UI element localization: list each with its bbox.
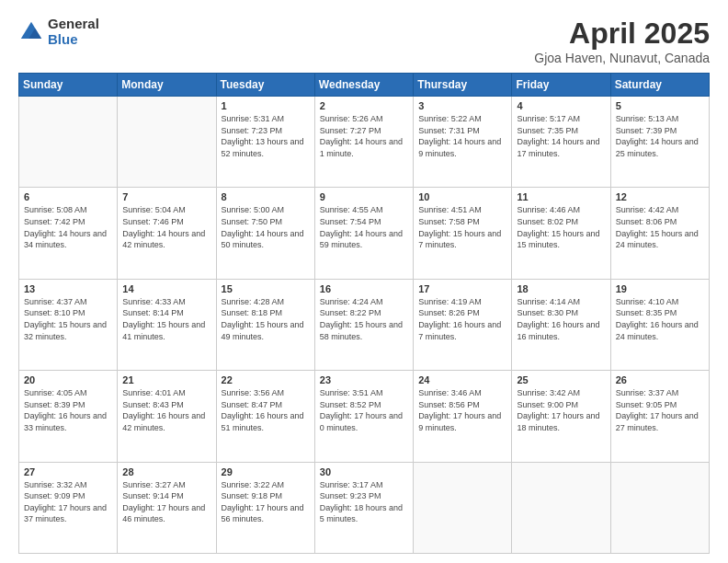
table-row: 29Sunrise: 3:22 AMSunset: 9:18 PMDayligh… [216,462,314,553]
title-location: Gjoa Haven, Nunavut, Canada [534,51,710,65]
table-row: 6Sunrise: 5:08 AMSunset: 7:42 PMDaylight… [19,188,118,279]
table-row: 18Sunrise: 4:14 AMSunset: 8:30 PMDayligh… [512,279,610,370]
header: General Blue April 2025 Gjoa Haven, Nuna… [18,17,710,65]
calendar-week-row: 6Sunrise: 5:08 AMSunset: 7:42 PMDaylight… [19,188,710,279]
table-row: 25Sunrise: 3:42 AMSunset: 9:00 PMDayligh… [512,371,610,462]
cell-info: Sunrise: 3:56 AMSunset: 8:47 PMDaylight:… [222,387,310,433]
table-row: 9Sunrise: 4:55 AMSunset: 7:54 PMDaylight… [314,188,413,279]
day-number: 20 [24,374,112,385]
table-row: 20Sunrise: 4:05 AMSunset: 8:39 PMDayligh… [19,371,118,462]
day-number: 11 [517,191,605,202]
day-number: 25 [517,374,605,385]
day-number: 23 [320,374,408,385]
table-row: 12Sunrise: 4:42 AMSunset: 8:06 PMDayligh… [610,188,709,279]
day-number: 14 [122,283,210,294]
logo-general-text: General [48,17,99,32]
table-row: 8Sunrise: 5:00 AMSunset: 7:50 PMDaylight… [216,188,314,279]
cell-info: Sunrise: 3:51 AMSunset: 8:52 PMDaylight:… [320,387,408,433]
day-number: 12 [616,191,704,202]
cell-info: Sunrise: 3:32 AMSunset: 9:09 PMDaylight:… [24,479,112,525]
table-row: 4Sunrise: 5:17 AMSunset: 7:35 PMDaylight… [512,97,610,188]
cell-info: Sunrise: 4:46 AMSunset: 8:02 PMDaylight:… [517,204,605,250]
day-number: 3 [418,100,506,111]
day-number: 8 [222,191,310,202]
day-number: 5 [616,100,704,111]
table-row: 21Sunrise: 4:01 AMSunset: 8:43 PMDayligh… [118,371,216,462]
day-number: 24 [418,374,506,385]
cell-info: Sunrise: 3:22 AMSunset: 9:18 PMDaylight:… [222,479,310,525]
table-row: 10Sunrise: 4:51 AMSunset: 7:58 PMDayligh… [414,188,512,279]
cell-info: Sunrise: 4:19 AMSunset: 8:26 PMDaylight:… [418,296,506,342]
cell-info: Sunrise: 5:26 AMSunset: 7:27 PMDaylight:… [320,113,408,159]
day-number: 29 [222,466,310,477]
day-number: 28 [122,466,210,477]
table-row [19,97,118,188]
cell-info: Sunrise: 3:37 AMSunset: 9:05 PMDaylight:… [616,387,704,433]
cell-info: Sunrise: 5:00 AMSunset: 7:50 PMDaylight:… [222,204,310,250]
logo-blue-text: Blue [48,32,99,48]
day-number: 21 [122,374,210,385]
calendar-header-row: Sunday Monday Tuesday Wednesday Thursday… [19,74,710,97]
table-row: 1Sunrise: 5:31 AMSunset: 7:23 PMDaylight… [216,97,314,188]
table-row [512,462,610,553]
col-thursday: Thursday [414,74,512,97]
col-friday: Friday [512,74,610,97]
table-row: 16Sunrise: 4:24 AMSunset: 8:22 PMDayligh… [314,279,413,370]
day-number: 1 [222,100,310,111]
cell-info: Sunrise: 4:42 AMSunset: 8:06 PMDaylight:… [616,204,704,250]
day-number: 27 [24,466,112,477]
table-row: 22Sunrise: 3:56 AMSunset: 8:47 PMDayligh… [216,371,314,462]
table-row: 23Sunrise: 3:51 AMSunset: 8:52 PMDayligh… [314,371,413,462]
cell-info: Sunrise: 4:14 AMSunset: 8:30 PMDaylight:… [517,296,605,342]
day-number: 19 [616,283,704,294]
col-tuesday: Tuesday [216,74,314,97]
cell-info: Sunrise: 4:01 AMSunset: 8:43 PMDaylight:… [122,387,210,433]
cell-info: Sunrise: 3:27 AMSunset: 9:14 PMDaylight:… [122,479,210,525]
cell-info: Sunrise: 4:37 AMSunset: 8:10 PMDaylight:… [24,296,112,342]
logo: General Blue [18,17,99,47]
calendar-week-row: 27Sunrise: 3:32 AMSunset: 9:09 PMDayligh… [19,462,710,553]
calendar-table: Sunday Monday Tuesday Wednesday Thursday… [18,73,710,554]
table-row: 13Sunrise: 4:37 AMSunset: 8:10 PMDayligh… [19,279,118,370]
table-row: 3Sunrise: 5:22 AMSunset: 7:31 PMDaylight… [414,97,512,188]
table-row: 15Sunrise: 4:28 AMSunset: 8:18 PMDayligh… [216,279,314,370]
cell-info: Sunrise: 5:22 AMSunset: 7:31 PMDaylight:… [418,113,506,159]
table-row [610,462,709,553]
cell-info: Sunrise: 3:42 AMSunset: 9:00 PMDaylight:… [517,387,605,433]
page: General Blue April 2025 Gjoa Haven, Nuna… [0,0,728,563]
cell-info: Sunrise: 4:05 AMSunset: 8:39 PMDaylight:… [24,387,112,433]
table-row: 11Sunrise: 4:46 AMSunset: 8:02 PMDayligh… [512,188,610,279]
cell-info: Sunrise: 4:28 AMSunset: 8:18 PMDaylight:… [222,296,310,342]
calendar-week-row: 1Sunrise: 5:31 AMSunset: 7:23 PMDaylight… [19,97,710,188]
calendar-week-row: 13Sunrise: 4:37 AMSunset: 8:10 PMDayligh… [19,279,710,370]
day-number: 6 [24,191,112,202]
cell-info: Sunrise: 4:24 AMSunset: 8:22 PMDaylight:… [320,296,408,342]
day-number: 4 [517,100,605,111]
table-row: 19Sunrise: 4:10 AMSunset: 8:35 PMDayligh… [610,279,709,370]
day-number: 26 [616,374,704,385]
table-row: 24Sunrise: 3:46 AMSunset: 8:56 PMDayligh… [414,371,512,462]
table-row: 7Sunrise: 5:04 AMSunset: 7:46 PMDaylight… [118,188,216,279]
table-row: 27Sunrise: 3:32 AMSunset: 9:09 PMDayligh… [19,462,118,553]
day-number: 10 [418,191,506,202]
cell-info: Sunrise: 3:17 AMSunset: 9:23 PMDaylight:… [320,479,408,525]
day-number: 9 [320,191,408,202]
cell-info: Sunrise: 5:13 AMSunset: 7:39 PMDaylight:… [616,113,704,159]
title-block: April 2025 Gjoa Haven, Nunavut, Canada [534,17,710,65]
cell-info: Sunrise: 5:04 AMSunset: 7:46 PMDaylight:… [122,204,210,250]
table-row: 28Sunrise: 3:27 AMSunset: 9:14 PMDayligh… [118,462,216,553]
table-row [414,462,512,553]
cell-info: Sunrise: 3:46 AMSunset: 8:56 PMDaylight:… [418,387,506,433]
cell-info: Sunrise: 5:17 AMSunset: 7:35 PMDaylight:… [517,113,605,159]
cell-info: Sunrise: 4:33 AMSunset: 8:14 PMDaylight:… [122,296,210,342]
title-month: April 2025 [534,17,710,51]
day-number: 22 [222,374,310,385]
col-saturday: Saturday [610,74,709,97]
cell-info: Sunrise: 4:10 AMSunset: 8:35 PMDaylight:… [616,296,704,342]
table-row [118,97,216,188]
logo-text: General Blue [48,17,99,47]
cell-info: Sunrise: 5:31 AMSunset: 7:23 PMDaylight:… [222,113,310,159]
table-row: 2Sunrise: 5:26 AMSunset: 7:27 PMDaylight… [314,97,413,188]
day-number: 16 [320,283,408,294]
day-number: 2 [320,100,408,111]
